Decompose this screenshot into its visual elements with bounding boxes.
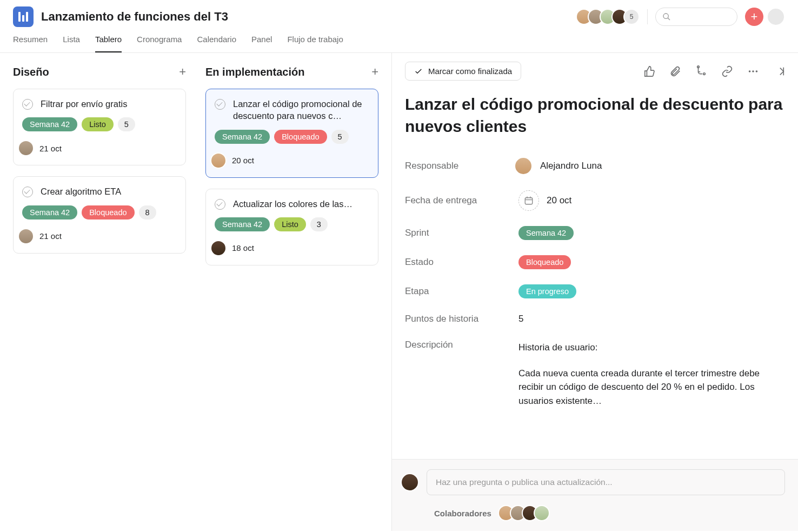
task-card[interactable]: Crear algoritmo ETA Semana 42 Bloqueado … — [13, 176, 186, 253]
sprint-chip[interactable]: Semana 42 — [22, 117, 77, 131]
tab-cronograma[interactable]: Cronograma — [137, 35, 182, 52]
calendar-icon — [518, 190, 539, 211]
svg-point-6 — [756, 70, 758, 72]
sprint-chip[interactable]: Semana 42 — [518, 226, 574, 240]
stage-label: Etapa — [405, 286, 518, 297]
points-value[interactable]: 5 — [518, 314, 523, 324]
column-title: En implementación — [205, 66, 304, 78]
comment-avatar — [401, 473, 419, 491]
link-icon[interactable] — [721, 65, 733, 77]
svg-line-1 — [668, 18, 670, 20]
card-date: 21 oct — [39, 144, 62, 153]
complete-toggle[interactable] — [22, 99, 33, 110]
due-date-text: 20 oct — [547, 195, 571, 206]
tab-calendario[interactable]: Calendario — [197, 35, 236, 52]
tab-lista[interactable]: Lista — [63, 35, 80, 52]
check-icon — [414, 67, 423, 76]
card-date: 20 oct — [232, 156, 254, 165]
search-icon — [662, 12, 671, 21]
project-logo[interactable] — [13, 6, 34, 27]
card-assignee-avatar[interactable] — [210, 240, 227, 256]
tab-resumen[interactable]: Resumen — [13, 35, 48, 52]
close-panel-icon[interactable] — [773, 65, 785, 77]
tab-tablero[interactable]: Tablero — [95, 35, 122, 52]
svg-point-3 — [703, 72, 706, 75]
add-card-button[interactable]: + — [371, 65, 378, 79]
due-date-label: Fecha de entrega — [405, 195, 518, 206]
points-chip: 8 — [139, 205, 156, 220]
status-chip[interactable]: Bloqueado — [82, 205, 134, 220]
description-body[interactable]: Cada nueva cuenta creada durante el terc… — [518, 367, 785, 408]
svg-point-4 — [749, 70, 751, 72]
complete-toggle[interactable] — [215, 199, 225, 210]
assignee-value[interactable]: Alejandro Luna — [518, 157, 602, 175]
attachment-icon[interactable] — [669, 65, 681, 77]
member-avatars[interactable]: 5 — [580, 9, 640, 25]
subtask-icon[interactable] — [695, 65, 707, 77]
project-title: Lanzamiento de funciones del T3 — [41, 10, 228, 24]
add-button[interactable]: + — [745, 8, 763, 26]
status-chip[interactable]: Bloqueado — [518, 255, 571, 269]
points-chip: 5 — [118, 117, 135, 131]
assignee-label: Responsable — [405, 161, 518, 171]
description-label: Descripción — [405, 340, 518, 350]
divider — [647, 9, 648, 24]
collaborator-avatars[interactable] — [502, 505, 550, 521]
avatar-overflow[interactable]: 5 — [623, 9, 640, 25]
sprint-chip[interactable]: Semana 42 — [215, 130, 270, 144]
card-assignee-avatar[interactable] — [210, 152, 227, 169]
mark-complete-label: Marcar como finalizada — [428, 66, 512, 76]
task-detail-pane: Marcar como finalizada Lanzar el código … — [391, 53, 798, 531]
card-date: 18 oct — [232, 243, 254, 252]
search-input[interactable] — [655, 8, 737, 26]
task-title[interactable]: Lanzar el código promocional de descuent… — [405, 94, 785, 137]
add-card-button[interactable]: + — [179, 65, 186, 79]
task-card[interactable]: Actualizar los colores de las… Semana 42… — [205, 189, 378, 265]
project-tabs: ResumenListaTableroCronogramaCalendarioP… — [0, 27, 798, 53]
assignee-avatar — [514, 157, 533, 175]
card-title: Filtrar por envío gratis — [41, 98, 127, 110]
status-label: Estado — [405, 257, 518, 268]
more-icon[interactable] — [747, 65, 759, 77]
stage-chip[interactable]: En progreso — [518, 284, 576, 298]
card-title: Crear algoritmo ETA — [41, 185, 121, 197]
card-assignee-avatar[interactable] — [18, 228, 34, 244]
tab-flujo-de-trabajo[interactable]: Flujo de trabajo — [287, 35, 343, 52]
status-chip[interactable]: Listo — [82, 117, 114, 131]
card-assignee-avatar[interactable] — [18, 140, 34, 156]
due-date-value[interactable]: 20 oct — [518, 190, 571, 211]
task-card[interactable]: Lanzar el código promocional de descuent… — [205, 89, 378, 178]
sprint-chip[interactable]: Semana 42 — [22, 205, 77, 220]
status-chip[interactable]: Bloqueado — [274, 130, 327, 144]
complete-toggle[interactable] — [22, 187, 33, 197]
sprint-label: Sprint — [405, 228, 518, 238]
profile-avatar[interactable] — [767, 8, 785, 26]
comment-input[interactable]: Haz una pregunta o publica una actualiza… — [427, 469, 785, 495]
assignee-name: Alejandro Luna — [540, 161, 602, 171]
avatar[interactable] — [534, 505, 550, 521]
task-card[interactable]: Filtrar por envío gratis Semana 42 Listo… — [13, 89, 186, 165]
svg-point-0 — [663, 14, 668, 18]
card-date: 21 oct — [39, 231, 62, 241]
tab-panel[interactable]: Panel — [251, 35, 272, 52]
sprint-chip[interactable]: Semana 42 — [215, 217, 270, 231]
points-chip: 5 — [331, 130, 349, 144]
svg-point-5 — [752, 70, 754, 72]
svg-rect-8 — [525, 198, 533, 204]
column-title: Diseño — [13, 66, 49, 78]
points-label: Puntos de historia — [405, 314, 518, 324]
status-chip[interactable]: Listo — [274, 217, 306, 231]
mark-complete-button[interactable]: Marcar como finalizada — [405, 62, 521, 81]
description-heading: Historia de usuario: — [518, 341, 785, 355]
card-title: Lanzar el código promocional de descuent… — [233, 98, 369, 122]
collaborators-label: Colaboradores — [434, 509, 491, 518]
like-icon[interactable] — [643, 65, 655, 77]
points-chip: 3 — [310, 217, 328, 231]
complete-toggle[interactable] — [215, 99, 225, 110]
card-title: Actualizar los colores de las… — [233, 198, 353, 210]
